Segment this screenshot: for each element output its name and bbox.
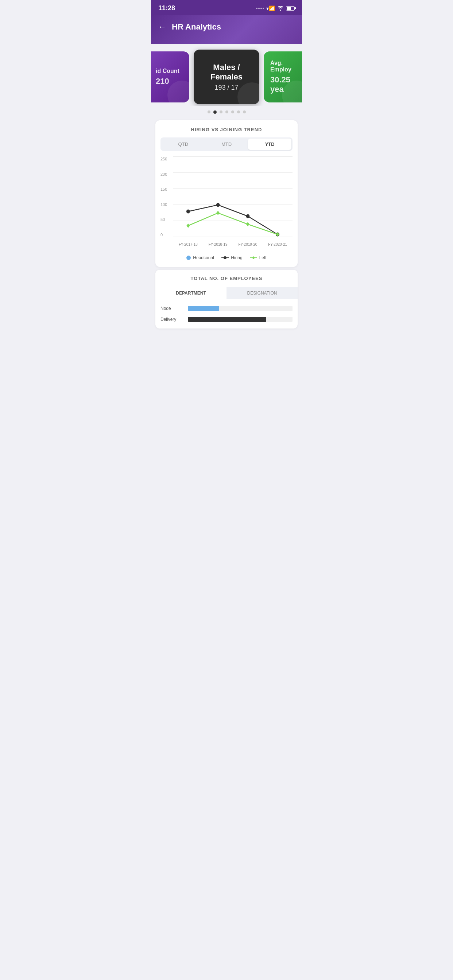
node-label: Node bbox=[161, 306, 184, 311]
left-legend-icon bbox=[250, 256, 257, 260]
employee-tabs: DEPARTMENT DESIGNATION bbox=[155, 287, 298, 299]
dot-2[interactable] bbox=[220, 110, 222, 113]
x-label-2017: FY-2017-18 bbox=[179, 242, 198, 247]
y-label-50: 50 bbox=[161, 217, 171, 222]
chart-lines-svg bbox=[173, 157, 292, 237]
chart-area: 0 50 100 150 200 250 bbox=[161, 157, 292, 251]
dot-1[interactable] bbox=[214, 110, 217, 114]
dot-6[interactable] bbox=[243, 110, 246, 113]
x-label-2018: FY-2018-19 bbox=[209, 242, 228, 247]
cards-row: id Count 210 Males / Females 193 / 17 Av… bbox=[151, 49, 302, 104]
headcount-label: Headcount bbox=[193, 255, 214, 260]
chart-plot bbox=[173, 157, 292, 237]
page-title: HR Analytics bbox=[172, 22, 221, 32]
hiring-dot-2 bbox=[216, 203, 220, 207]
headcount-dot bbox=[187, 256, 191, 260]
total-employees-title: TOTAL NO. OF EMPLOYEES bbox=[155, 270, 298, 287]
left-diamond-3 bbox=[246, 222, 249, 226]
dot-4[interactable] bbox=[231, 110, 234, 113]
dot-0[interactable] bbox=[207, 110, 211, 113]
legend-left: Left bbox=[250, 255, 266, 260]
table-row: Delivery bbox=[161, 314, 292, 325]
chart-legend: Headcount Hiring Left bbox=[161, 255, 292, 260]
hiring-chart-section: HIRING VS JOINING TREND QTD MTD YTD 0 50… bbox=[155, 120, 298, 267]
delivery-bar-container bbox=[188, 317, 292, 322]
battery-icon bbox=[286, 6, 295, 11]
avg-employ-label: Avg. Employ bbox=[270, 60, 297, 73]
total-employees-section: TOTAL NO. OF EMPLOYEES DEPARTMENT DESIGN… bbox=[155, 270, 298, 328]
delivery-label: Delivery bbox=[161, 317, 184, 322]
header: ← HR Analytics bbox=[151, 15, 302, 44]
signal-icon bbox=[256, 8, 264, 9]
dot-5[interactable] bbox=[237, 110, 240, 113]
y-label-100: 100 bbox=[161, 202, 171, 207]
status-time: 11:28 bbox=[158, 5, 175, 12]
legend-headcount: Headcount bbox=[187, 255, 214, 260]
status-icons: ▾📶 bbox=[256, 5, 295, 11]
node-bar-container bbox=[188, 306, 292, 311]
head-count-label: id Count bbox=[156, 68, 183, 75]
dot-3[interactable] bbox=[225, 110, 228, 113]
avg-employ-card[interactable]: Avg. Employ 30.25 yea bbox=[264, 51, 302, 102]
left-label: Left bbox=[259, 255, 266, 260]
tab-ytd[interactable]: YTD bbox=[248, 138, 292, 150]
hiring-dot-3 bbox=[246, 215, 249, 218]
svg-marker-3 bbox=[252, 256, 255, 259]
carousel-dots bbox=[151, 106, 302, 118]
y-label-0: 0 bbox=[161, 232, 171, 237]
cards-carousel: id Count 210 Males / Females 193 / 17 Av… bbox=[151, 44, 302, 106]
chart-tabs: QTD MTD YTD bbox=[161, 137, 292, 151]
wifi-icon: ▾📶 bbox=[266, 5, 275, 11]
head-count-card[interactable]: id Count 210 bbox=[151, 51, 189, 102]
y-axis-labels: 0 50 100 150 200 250 bbox=[161, 157, 171, 237]
males-females-card[interactable]: Males / Females 193 / 17 bbox=[194, 49, 259, 104]
node-bar bbox=[188, 306, 219, 311]
svg-point-1 bbox=[223, 256, 226, 259]
legend-hiring: Hiring bbox=[222, 255, 242, 260]
y-label-250: 250 bbox=[161, 157, 171, 161]
y-label-200: 200 bbox=[161, 172, 171, 177]
x-axis-labels: FY-2017-18 FY-2018-19 FY-2019-20 FY-2020… bbox=[173, 237, 292, 251]
status-bar: 11:28 ▾📶 bbox=[151, 0, 302, 15]
left-diamond-2 bbox=[216, 211, 220, 215]
hiring-dot-1 bbox=[187, 210, 190, 213]
department-rows: Node Delivery bbox=[155, 299, 298, 328]
table-row: Node bbox=[161, 303, 292, 314]
wifi-icon bbox=[277, 6, 284, 11]
hiring-label: Hiring bbox=[231, 255, 242, 260]
x-label-2019: FY-2019-20 bbox=[238, 242, 257, 247]
tab-department[interactable]: DEPARTMENT bbox=[155, 287, 226, 299]
tab-designation[interactable]: DESIGNATION bbox=[226, 287, 298, 299]
y-label-150: 150 bbox=[161, 187, 171, 191]
hiring-chart-title: HIRING VS JOINING TREND bbox=[161, 127, 292, 132]
delivery-bar bbox=[188, 317, 266, 322]
x-label-2020: FY-2020-21 bbox=[268, 242, 287, 247]
left-diamond-1 bbox=[187, 223, 190, 228]
left-line bbox=[188, 213, 278, 234]
back-button[interactable]: ← bbox=[158, 22, 166, 32]
tab-qtd[interactable]: QTD bbox=[161, 138, 205, 150]
hiring-legend-icon bbox=[222, 256, 229, 260]
males-females-label: Males / Females bbox=[200, 63, 253, 82]
tab-mtd[interactable]: MTD bbox=[205, 138, 248, 150]
